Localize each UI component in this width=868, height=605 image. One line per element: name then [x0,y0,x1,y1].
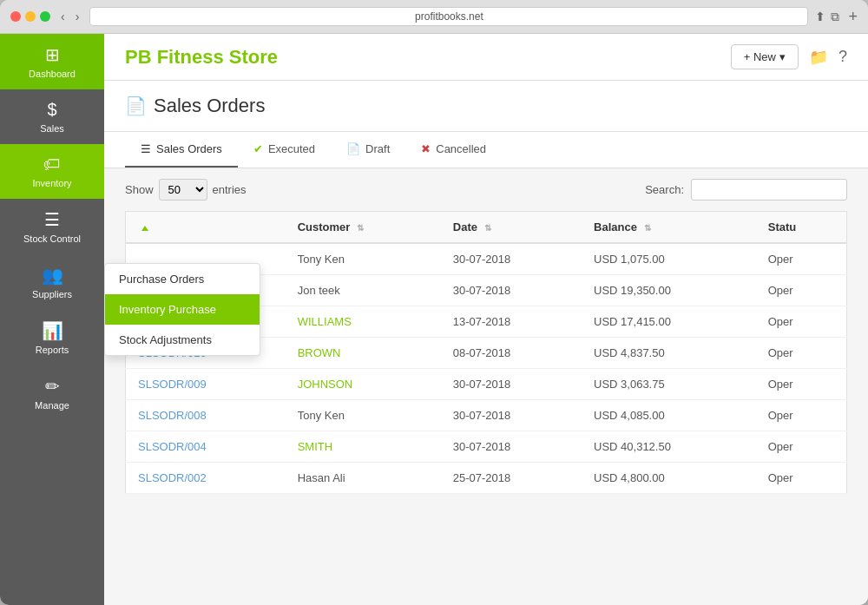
tab-executed-icon: ✔ [253,142,263,155]
header-actions: + New ▾ 📁 ? [731,44,847,69]
cell-customer[interactable]: JOHNSON [286,369,441,400]
nav-buttons: ‹ › [57,8,82,25]
cell-customer[interactable]: WILLIAMS [286,306,441,338]
new-button-label: + New [744,50,776,63]
sidebar-item-inventory[interactable]: 🏷 Inventory [0,144,104,199]
cell-date: 30-07-2018 [441,275,582,306]
cell-status: Oper [756,275,847,306]
forward-button[interactable]: › [72,8,83,25]
table-row: SLSODR/004 SMITH 30-07-2018 USD 40,312.5… [126,431,847,463]
tab-sales-orders-icon: ☰ [141,142,151,155]
cell-balance: USD 4,837.50 [582,338,756,369]
cell-status: Oper [756,463,847,494]
browser-window: ‹ › profitbooks.net ⬆ ⧉ + ⊞ Dashboard $ … [0,0,868,605]
tab-executed[interactable]: ✔ Executed [238,132,331,168]
cell-balance: USD 4,085.00 [582,400,756,431]
browser-chrome: ‹ › profitbooks.net ⬆ ⧉ + [0,0,868,34]
cell-order-no[interactable]: SLSODR/002 [126,463,286,494]
controls-row: Show 50 25 100 entries Search: [104,168,868,211]
sort-icon-balance: ⇅ [644,223,651,233]
col-order-no [126,212,286,244]
cell-customer: Tony Ken [286,400,441,431]
table-row: SLSODR/002 Hasan Ali 25-07-2018 USD 4,80… [126,463,847,494]
tab-cancelled-icon: ✖ [421,142,431,155]
dropdown-item-stock-adjustments[interactable]: Stock Adjustments [105,325,260,355]
top-header: PB Fitness Store + New ▾ 📁 ? [104,34,868,81]
minimize-button[interactable] [25,11,36,22]
cell-order-no[interactable]: SLSODR/008 [126,400,286,431]
sidebar-item-sales[interactable]: $ Sales [0,89,104,144]
browser-actions: ⬆ ⧉ + [815,8,858,26]
entries-label: entries [213,183,247,196]
cell-balance: USD 4,800.00 [582,463,756,494]
new-tab-button[interactable]: + [848,8,858,26]
cell-balance: USD 1,075.00 [582,243,756,275]
maximize-button[interactable] [40,11,50,22]
sidebar: ⊞ Dashboard $ Sales 🏷 Inventory ☰ Stock … [0,34,104,605]
back-button[interactable]: ‹ [57,8,69,25]
tab-cancelled[interactable]: ✖ Cancelled [405,132,502,168]
sidebar-item-stock-control[interactable]: ☰ Stock Control [0,199,104,254]
tab-executed-label: Executed [268,142,315,155]
new-button-arrow: ▾ [779,50,786,63]
folder-icon-button[interactable]: 📁 [809,48,828,67]
sidebar-label-suppliers: Suppliers [32,289,72,299]
search-input[interactable] [691,179,847,201]
tab-draft-label: Draft [365,142,390,155]
sidebar-label-inventory: Inventory [32,178,71,188]
manage-icon: ✏ [45,376,60,397]
search-label: Search: [645,183,684,196]
cell-customer: Hasan Ali [286,463,441,494]
sidebar-item-manage[interactable]: ✏ Manage [0,365,104,421]
col-date[interactable]: Date ⇅ [441,212,582,244]
sort-icon-customer: ⇅ [357,223,364,233]
col-customer[interactable]: Customer ⇅ [286,212,441,244]
table-container: Purchase Orders Inventory Purchase Stock… [104,211,868,511]
cell-customer[interactable]: SMITH [286,431,441,463]
suppliers-icon: 👥 [42,265,63,286]
col-date-label: Date [453,220,477,233]
tab-draft-icon: 📄 [346,142,360,155]
dropdown-menu: Purchase Orders Inventory Purchase Stock… [104,263,260,356]
page-title: Sales Orders [154,95,265,117]
tab-button[interactable]: ⧉ [831,8,839,26]
tab-cancelled-label: Cancelled [436,142,486,155]
sort-icon-date: ⇅ [484,223,491,233]
traffic-lights [10,11,50,22]
tabs-bar: ☰ Sales Orders ✔ Executed 📄 Draft ✖ Canc… [104,132,868,168]
cell-customer: Tony Ken [286,243,441,275]
address-bar[interactable]: profitbooks.net [89,7,808,26]
cell-order-no[interactable]: SLSODR/009 [126,369,286,400]
cell-balance: USD 19,350.00 [582,275,756,306]
sidebar-item-dashboard[interactable]: ⊞ Dashboard [0,34,104,89]
cell-balance: USD 3,063.75 [582,369,756,400]
cell-customer[interactable]: BROWN [286,338,441,369]
show-label: Show [125,183,154,196]
dropdown-item-inventory-purchase[interactable]: Inventory Purchase [105,294,260,325]
table-row: SLSODR/008 Tony Ken 30-07-2018 USD 4,085… [126,400,847,431]
tab-draft[interactable]: 📄 Draft [331,132,405,168]
main-content: Show 50 25 100 entries Search: [104,168,868,605]
sort-arrow-order [141,226,148,231]
col-status: Statu [756,212,847,244]
share-button[interactable]: ⬆ [815,8,825,26]
cell-date: 30-07-2018 [441,369,582,400]
sidebar-item-suppliers[interactable]: 👥 Suppliers [0,254,104,310]
table-header: Customer ⇅ Date ⇅ Balance ⇅ [126,212,847,244]
help-icon-button[interactable]: ? [838,48,847,66]
col-balance[interactable]: Balance ⇅ [582,212,756,244]
cell-balance: USD 17,415.00 [582,306,756,338]
dropdown-item-purchase-orders[interactable]: Purchase Orders [105,264,260,294]
cell-status: Oper [756,431,847,463]
tab-sales-orders[interactable]: ☰ Sales Orders [125,132,238,168]
cell-order-no[interactable]: SLSODR/004 [126,431,286,463]
close-button[interactable] [10,11,21,22]
col-customer-label: Customer [298,220,351,233]
search-box: Search: [645,179,847,201]
main-area: PB Fitness Store + New ▾ 📁 ? 📄 Sales Ord… [104,34,868,605]
sidebar-item-reports[interactable]: 📊 Reports [0,310,104,365]
new-button[interactable]: + New ▾ [731,44,799,69]
sidebar-label-stock-control: Stock Control [23,233,81,244]
cell-balance: USD 40,312.50 [582,431,756,463]
entries-select[interactable]: 50 25 100 [159,179,207,201]
